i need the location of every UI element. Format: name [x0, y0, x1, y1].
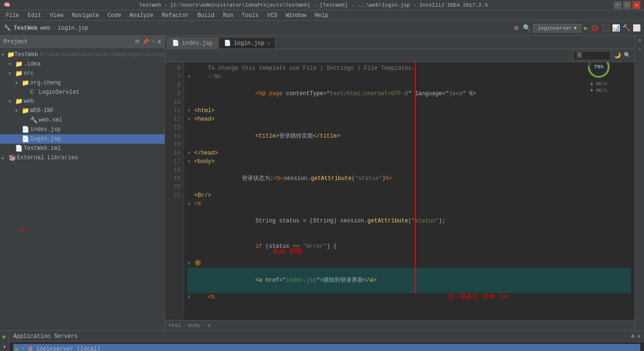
server-label: loginserver: [537, 25, 572, 31]
tree-item-loginjsp[interactable]: 📄 login.jsp: [0, 134, 165, 144]
close-button[interactable]: ✕: [633, 1, 640, 9]
iml-icon: 📄: [15, 145, 24, 152]
app-servers-panel: Application Servers ⚙ ✕ ▶ ▼ 🖥 loginserve…: [9, 331, 644, 351]
right-icon-1[interactable]: ≡: [638, 38, 641, 43]
tree-item-indexjsp[interactable]: 📄 index.jsp: [0, 125, 165, 134]
collapse-icon[interactable]: −: [152, 39, 155, 45]
tree-item-loginservlet[interactable]: C LoginServlet: [0, 88, 165, 97]
tab-loginjsp[interactable]: 📄 login.jsp ✕: [219, 37, 275, 49]
tree-item-webinf[interactable]: 📁 WEB-INF: [0, 106, 165, 115]
tree-item-extlib[interactable]: 📚 External Libraries: [0, 153, 165, 163]
code-line-13: ▼ <body>: [188, 157, 631, 166]
tree-item-webxml[interactable]: 🔧 web.xml: [0, 115, 165, 125]
tab-indexjsp-label: index.jsp: [182, 40, 213, 47]
tree-item-testweb-iml[interactable]: 📄 TestWeb.iml: [0, 144, 165, 153]
right-panel: ≡ ⌃: [635, 36, 644, 330]
app-servers-controls: ⚙ ✕: [631, 333, 640, 339]
run-server-button[interactable]: loginserver ▼: [533, 24, 581, 33]
toolbar: 🔧 TestWeb web › login.jsp ⚙ 🔍 loginserve…: [0, 21, 644, 36]
code-line-8: <%@ page contentType="text/html;charset=…: [188, 81, 631, 106]
bc-sep-2: ›: [202, 323, 206, 328]
editor-breadcrumb: html › body › a: [165, 320, 635, 330]
tree-item-orgcheng[interactable]: 📁 org.cheng: [0, 78, 165, 88]
tree-item-idea[interactable]: 📁 .idea: [0, 59, 165, 69]
code-line-14: 登录状态为:<%=session.getAttribute("status")%…: [188, 166, 631, 191]
fold-19[interactable]: ▼: [188, 260, 194, 267]
fold-13[interactable]: ▼: [188, 158, 194, 165]
menu-edit[interactable]: Edit: [24, 11, 45, 20]
settings-icon[interactable]: ⚙: [157, 39, 161, 45]
progress-widget: 75% ▲ 0K/s ▼ 0K/s: [580, 62, 618, 86]
right-icon-2[interactable]: ⌃: [638, 47, 641, 53]
main-area: Project ⟳ 📌 − ⚙ 📁 TestWeb C:\Users\Admin…: [0, 36, 644, 330]
menu-run[interactable]: Run: [219, 11, 237, 20]
menu-window[interactable]: Window: [282, 11, 310, 20]
tree-item-web[interactable]: 📁 web: [0, 97, 165, 106]
code-content[interactable]: To change this template use File | Setti…: [184, 62, 635, 320]
toolbar-project-label: TestWeb: [14, 25, 37, 32]
tree-arrow-web[interactable]: [8, 99, 15, 104]
breadcrumb-file: login.jsp: [58, 25, 88, 32]
sync-icon[interactable]: ⟳: [135, 39, 140, 45]
tab-close-loginjsp[interactable]: ✕: [267, 41, 270, 46]
app-servers-content: ▶ ▼ 🖥 loginserver [local] 📦 ● TestWeb:wa…: [9, 342, 644, 351]
run-side-icon[interactable]: ▶: [2, 333, 6, 341]
menu-tools[interactable]: Tools: [238, 11, 263, 20]
minimize-button[interactable]: ─: [614, 1, 621, 9]
pin-icon[interactable]: 📌: [142, 39, 149, 45]
menu-view[interactable]: View: [46, 11, 67, 20]
code-line-10: ▼ <head>: [188, 115, 631, 123]
tree-item-testweb[interactable]: 📁 TestWeb C:\Users\Administrator\IdeaPro…: [0, 50, 165, 59]
profile-icon[interactable]: 📊: [612, 24, 619, 32]
toolbar-right: ⚙ 🔍 loginserver ▼ ▶ 🐞 ⬛ 📊 🔨 ⬜: [512, 24, 640, 33]
tree-arrow-extlib[interactable]: [2, 155, 8, 161]
fold-12[interactable]: ▼: [188, 150, 194, 157]
fold-21[interactable]: ▼: [188, 294, 194, 301]
layout-icon[interactable]: ⬜: [633, 24, 640, 32]
menu-navigate[interactable]: Navigate: [68, 11, 103, 20]
build-icon[interactable]: 🔨: [622, 24, 630, 32]
fold-10[interactable]: ▼: [188, 116, 194, 123]
tree-item-src[interactable]: 📁 src: [0, 69, 165, 78]
tree-arrow-orgcheng[interactable]: [15, 81, 22, 86]
menu-vcs[interactable]: VCS: [264, 11, 281, 20]
code-line-11: <title>登录跳转页面</title>: [188, 123, 631, 149]
tree-arrow-idea[interactable]: [8, 62, 15, 67]
stop-icon[interactable]: ⬛: [602, 24, 609, 32]
tree-path-testweb: C:\Users\Administrator\IdeaProjects\Test: [40, 52, 165, 57]
toolbar-breadcrumb: web › login.jsp: [40, 25, 88, 32]
menu-help[interactable]: Help: [311, 11, 332, 20]
tree-arrow-src[interactable]: [8, 71, 15, 76]
tree-label-orgcheng: org.cheng: [30, 80, 61, 86]
run-icon[interactable]: ▶: [584, 24, 588, 32]
tree-arrow-testweb[interactable]: [1, 52, 7, 57]
bottom-icon-2[interactable]: ✱: [3, 343, 6, 350]
maximize-button[interactable]: □: [623, 1, 631, 9]
fold-7[interactable]: ▼: [188, 73, 194, 81]
server-loginserver[interactable]: ▶ ▼ 🖥 loginserver [local]: [13, 344, 640, 351]
code-line-18: if (status == "error") {: [188, 234, 631, 259]
menu-build[interactable]: Build: [194, 11, 218, 20]
fold-9[interactable]: ▼: [188, 107, 194, 114]
tab-indexjsp[interactable]: 📄 index.jsp: [167, 37, 218, 49]
close-icon-bottom[interactable]: ✕: [637, 333, 640, 339]
search-icon[interactable]: 🔍: [523, 24, 530, 32]
fold-16[interactable]: ▼: [188, 201, 194, 208]
menu-analyze[interactable]: Analyze: [126, 11, 157, 20]
menu-refactor[interactable]: Refactor: [158, 11, 193, 20]
menu-file[interactable]: File: [2, 11, 23, 20]
tree-label-src: src: [24, 70, 34, 77]
debug-icon[interactable]: 🐞: [591, 24, 599, 32]
progress-circle: 75%: [586, 62, 612, 80]
idea-folder-icon: 📁: [15, 60, 24, 68]
menu-bar: File Edit View Navigate Code Analyze Ref…: [0, 10, 644, 21]
editor-area: 📄 index.jsp 📄 login.jsp ✕ 🌙 🔍 6: [165, 36, 635, 330]
settings-icon-bottom[interactable]: ⚙: [631, 333, 635, 339]
settings-icon[interactable]: ⚙: [512, 24, 520, 32]
magnifier-icon[interactable]: 🔍: [624, 52, 631, 59]
search-input[interactable]: [573, 51, 611, 60]
tab-bar: 📄 index.jsp 📄 login.jsp ✕: [165, 36, 635, 49]
moon-icon[interactable]: 🌙: [614, 52, 621, 59]
tree-arrow-webinf[interactable]: [15, 108, 22, 114]
menu-code[interactable]: Code: [104, 11, 125, 20]
